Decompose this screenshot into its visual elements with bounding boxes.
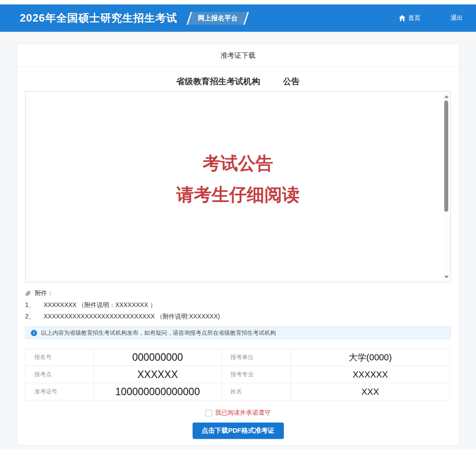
attachments-label: 附件： xyxy=(35,289,53,297)
platform-badge-label: 网上报名平台 xyxy=(198,14,238,22)
notice-type: 公告 xyxy=(283,77,300,86)
scrollbar-thumb[interactable] xyxy=(444,101,448,212)
agreement-label: 我已阅读并承诺遵守 xyxy=(215,409,271,417)
page-title: 准考证下载 xyxy=(17,44,459,67)
notice-header: 省级教育招生考试机构公告 xyxy=(17,76,459,87)
agreement-row: 我已阅读并承诺遵守 xyxy=(17,409,459,417)
field-value-ticketno: 100000000000000 xyxy=(94,383,222,400)
table-row: 报考点 XXXXXX 报考专业 XXXXXX xyxy=(26,366,450,383)
attachment-item[interactable]: 2、 XXXXXXXXXXXXXXXXXXXXXXXXXXX （附件说明:XXX… xyxy=(25,313,451,320)
field-value-regno: 000000000 xyxy=(94,349,222,366)
announcement-scrollbar[interactable] xyxy=(443,92,450,281)
header-nav: 首页 退出 xyxy=(399,14,463,22)
agreement-checkbox[interactable] xyxy=(205,410,212,416)
field-label-ticketno: 准考证号 xyxy=(26,383,94,400)
main-card: 准考证下载 省级教育招生考试机构公告 考试公告 请考生仔细阅读 附件： 1、 X… xyxy=(17,44,459,445)
field-label-examsite: 报考点 xyxy=(26,366,94,383)
scrollbar-down-arrow-icon[interactable] xyxy=(444,276,449,278)
app-title: 2026年全国硕士研究生招生考试 xyxy=(20,11,177,25)
attachment-item[interactable]: 1、 XXXXXXXX （附件说明：XXXXXXXX ） xyxy=(25,301,451,309)
candidate-details-table: 报名号 000000000 报考单位 大学(0000) 报考点 XXXXXX 报… xyxy=(25,348,450,400)
attachment-link[interactable]: XXXXXXXXXXXXXXXXXXXXXXXXXXX （附件说明:XXXXXX… xyxy=(44,313,220,320)
nav-logout[interactable]: 退出 xyxy=(450,14,463,22)
announcement-panel: 考试公告 请考生仔细阅读 xyxy=(25,91,451,282)
home-icon xyxy=(399,15,405,21)
scrollbar-up-arrow-icon[interactable] xyxy=(444,95,449,98)
announcement-content: 考试公告 请考生仔细阅读 xyxy=(26,92,450,203)
app-header: 2026年全国硕士研究生招生考试 网上报名平台 首页 退出 xyxy=(0,4,476,32)
field-value-name: XXX xyxy=(291,383,450,400)
field-value-major: XXXXXX xyxy=(291,366,450,383)
download-pdf-button[interactable]: 点击下载PDF格式准考证 xyxy=(193,423,284,439)
platform-badge: 网上报名平台 xyxy=(187,12,249,25)
field-label-name: 姓名 xyxy=(222,383,291,400)
announcement-line-2: 请考生仔细阅读 xyxy=(26,186,450,203)
paperclip-icon xyxy=(25,290,31,296)
attachment-index: 1、 xyxy=(25,301,44,309)
attachment-link[interactable]: XXXXXXXX （附件说明：XXXXXXXX ） xyxy=(44,301,156,309)
nav-home[interactable]: 首页 xyxy=(399,14,420,22)
table-row: 准考证号 100000000000000 姓名 XXX xyxy=(26,383,450,400)
info-icon: i xyxy=(31,330,37,336)
attachments-section: 附件： 1、 XXXXXXXX （附件说明：XXXXXXXX ） 2、 XXXX… xyxy=(25,289,451,320)
field-value-university: 大学(0000) xyxy=(291,349,450,366)
field-label-major: 报考专业 xyxy=(222,366,291,383)
announcement-line-1: 考试公告 xyxy=(26,154,450,172)
field-label-regno: 报名号 xyxy=(26,349,94,366)
field-value-examsite: XXXXXX xyxy=(94,366,222,383)
nav-logout-label: 退出 xyxy=(450,14,463,22)
page-top-margin xyxy=(0,0,476,4)
info-banner-text: 以上内容为省级教育招生考试机构发布，如有疑问，请咨询报考点所在省级教育招生考试机… xyxy=(41,329,276,337)
table-row: 报名号 000000000 报考单位 大学(0000) xyxy=(26,349,450,366)
nav-home-label: 首页 xyxy=(408,14,420,22)
field-label-university: 报考单位 xyxy=(222,349,291,366)
attachments-header: 附件： xyxy=(25,289,451,297)
attachment-index: 2、 xyxy=(25,313,44,320)
notice-org: 省级教育招生考试机构 xyxy=(176,77,260,86)
info-banner: i 以上内容为省级教育招生考试机构发布，如有疑问，请咨询报考点所在省级教育招生考… xyxy=(25,326,451,339)
